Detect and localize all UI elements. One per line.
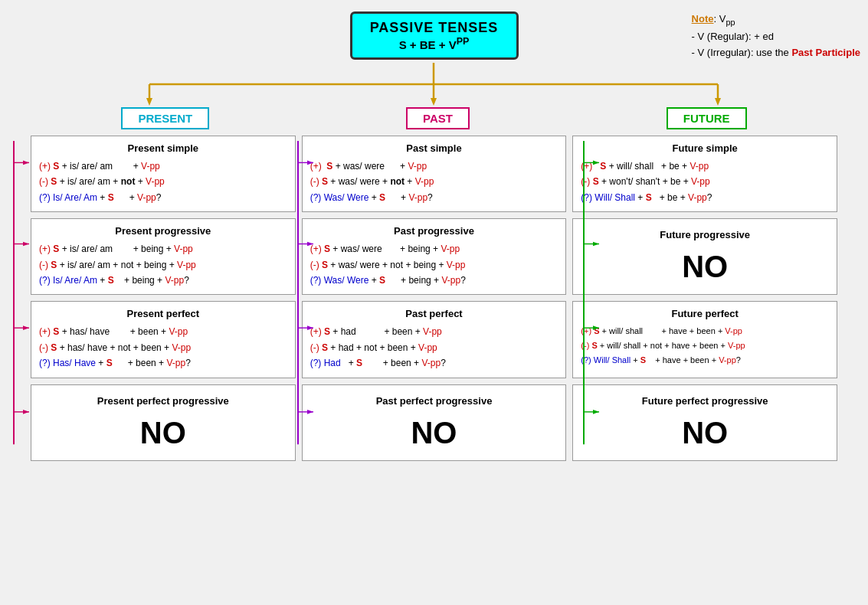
header-future: FUTURE <box>667 107 747 129</box>
cell-past-simple: Past simple (+) S + was/ were + V-pp (-)… <box>302 136 567 212</box>
cell-present-progressive: Present progressive (+) S + is/ are/ am … <box>31 218 296 295</box>
cell-past-simple-title: Past simple <box>310 142 558 154</box>
cell-past-prog-title: Past progressive <box>310 225 558 237</box>
fut-s-line1: (+) S + will/ shall + be + V-pp <box>581 159 829 174</box>
headers-row: PRESENT PAST FUTURE <box>8 107 860 129</box>
cell-future-progressive: Future progressive NO <box>572 218 837 295</box>
future-prog-no: NO <box>682 250 728 284</box>
fut-perf-prog-no: NO <box>682 416 728 450</box>
fut-perf-line1: (+) S + will/ shall + have + been + V-pp <box>581 324 829 338</box>
grid: Present simple (+) S + is/ are/ am + V-p… <box>8 136 860 461</box>
cell-present-perfect: Present perfect (+) S + has/ have + been… <box>31 301 296 378</box>
fut-perf-line2: (-) S + will/ shall + not + have + been … <box>581 338 829 353</box>
pres-perf-line2: (-) S + has/ have + not + been + V-pp <box>39 340 287 355</box>
pres-prog-line3: (?) Is/ Are/ Am + S + being + V-pp? <box>39 273 287 288</box>
ps-line2: (-) S + is/ are/ am + not + V-pp <box>39 174 287 189</box>
fut-s-line2: (-) S + won't/ shan't + be + V-pp <box>581 174 829 189</box>
ps-line1: (+) S + is/ are/ am + V-pp <box>39 159 287 174</box>
pres-prog-line1: (+) S + is/ are/ am + being + V-pp <box>39 241 287 257</box>
cell-past-perf-title: Past perfect <box>310 308 558 319</box>
title-box: PASSIVE TENSES S + BE + VPP <box>350 11 519 60</box>
fut-perf-line3: (?) Will/ Shall + S + have + been + V-pp… <box>581 353 829 368</box>
cell-fut-perf-prog-title: Future perfect progressive <box>642 395 768 407</box>
cell-future-simple-title: Future simple <box>581 142 829 154</box>
pres-perf-line1: (+) S + has/ have + been + V-pp <box>39 324 287 339</box>
cell-present-simple: Present simple (+) S + is/ are/ am + V-p… <box>31 136 296 212</box>
title-sup: PP <box>457 36 470 47</box>
pres-perf-line3: (?) Has/ Have + S + been + V-pp? <box>39 355 287 371</box>
header-past: PAST <box>406 107 470 129</box>
cell-past-perfect-prog: Past perfect progressive NO <box>302 384 567 461</box>
past-s-line1: (+) S + was/ were + V-pp <box>310 159 558 174</box>
cell-future-prog-title: Future progressive <box>660 229 750 240</box>
header-present: PRESENT <box>121 107 209 129</box>
svg-marker-3 <box>146 98 152 106</box>
cell-future-perfect: Future perfect (+) S + will/ shall + hav… <box>572 301 837 378</box>
past-perf-prog-no: NO <box>411 416 457 450</box>
cell-past-perf-prog-title: Past perfect progressive <box>376 395 493 407</box>
note-box: Note: Vpp - V (Regular): + ed - V (Irreg… <box>692 11 860 61</box>
cell-present-simple-title: Present simple <box>39 142 287 154</box>
note-line1: - V (Regular): + ed <box>692 31 774 42</box>
cell-future-perfect-prog: Future perfect progressive NO <box>572 384 837 461</box>
cell-past-perfect: Past perfect (+) S + had + been + V-pp (… <box>302 301 567 378</box>
ps-line3: (?) Is/ Are/ Am + S + V-pp? <box>39 190 287 205</box>
cell-future-perf-title: Future perfect <box>581 308 829 319</box>
past-s-line2: (-) S + was/ were + not + V-pp <box>310 174 558 189</box>
cell-present-perf-title: Present perfect <box>39 308 287 319</box>
past-perf-line3: (?) Had + S + been + V-pp? <box>310 355 558 371</box>
past-perf-line1: (+) S + had + been + V-pp <box>310 324 558 339</box>
svg-marker-5 <box>431 98 437 106</box>
cell-present-prog-title: Present progressive <box>39 225 287 237</box>
cell-pres-perf-prog-title: Present perfect progressive <box>97 395 229 407</box>
past-prog-line2: (-) S + was/ were + not + being + V-pp <box>310 257 558 273</box>
note-label: Note <box>692 13 714 25</box>
past-prog-line1: (+) S + was/ were + being + V-pp <box>310 241 558 257</box>
cell-past-progressive: Past progressive (+) S + was/ were + bei… <box>302 218 567 295</box>
svg-marker-7 <box>715 98 721 106</box>
pres-perf-prog-no: NO <box>140 416 186 450</box>
pres-prog-line2: (-) S + is/ are/ am + not + being + V-pp <box>39 257 287 273</box>
past-s-line3: (?) Was/ Were + S + V-pp? <box>310 190 558 205</box>
title-main: PASSIVE TENSES <box>368 20 501 36</box>
main-container: PASSIVE TENSES S + BE + VPP Note: Vpp - … <box>8 8 860 461</box>
cell-present-perfect-prog: Present perfect progressive NO <box>31 384 296 461</box>
note-line2: - V (Irregular): use the Past Participle <box>692 47 860 58</box>
title-sub: S + BE + VPP <box>368 36 501 51</box>
past-prog-line3: (?) Was/ Were + S + being + V-pp? <box>310 273 558 288</box>
fut-s-line3: (?) Will/ Shall + S + be + V-pp? <box>581 190 829 205</box>
past-perf-line2: (-) S + had + not + been + V-pp <box>310 340 558 355</box>
cell-future-simple: Future simple (+) S + will/ shall + be +… <box>572 136 837 212</box>
